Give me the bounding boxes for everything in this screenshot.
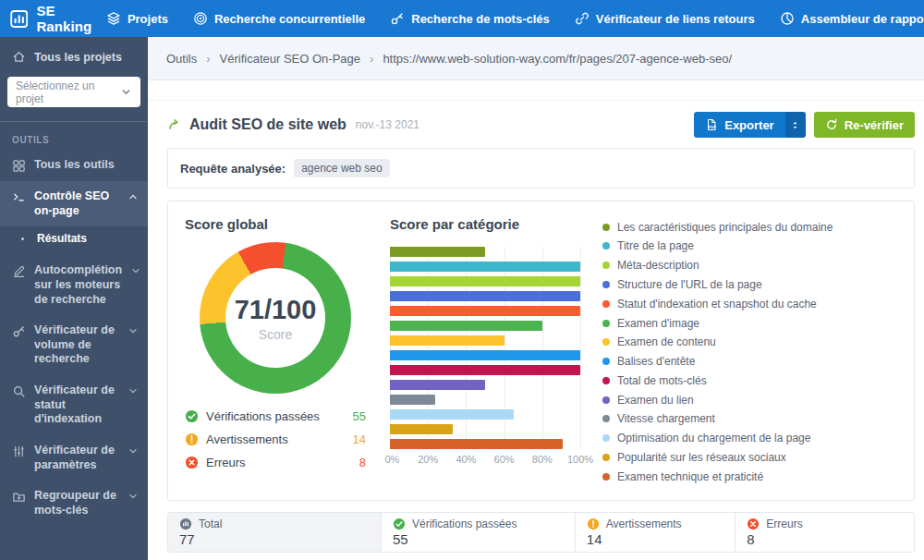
legend-dot xyxy=(602,377,610,384)
recheck-button[interactable]: Re-vérifier xyxy=(814,112,915,138)
gridline xyxy=(580,247,581,449)
score-stats: Vérifications passées55Avertissements14E… xyxy=(185,405,366,474)
sidebar-item-1[interactable]: Contrôle SEO on-page xyxy=(0,181,148,226)
sidebar-item-label: Résultats xyxy=(37,232,87,246)
key-icon xyxy=(390,11,405,26)
summary-cell-header: Total xyxy=(179,517,370,530)
sidebar-item-5[interactable]: Vérificateur de statut d'indexation xyxy=(0,375,148,435)
summary-cell-1: Vérifications passées55 xyxy=(381,513,575,552)
stat-value: 8 xyxy=(359,456,366,469)
check-circle-icon xyxy=(185,409,199,423)
x-tick-0: 0% xyxy=(384,454,399,465)
chevron-down-icon xyxy=(128,325,139,336)
sidebar-section-label: OUTILS xyxy=(0,122,148,150)
legend-dot xyxy=(602,396,610,404)
chevron-down-icon xyxy=(128,445,139,457)
bar-4 xyxy=(390,306,580,316)
summary-label: Avertissements xyxy=(606,517,682,530)
sidebar-item-all-projects[interactable]: Tous les projets xyxy=(0,37,148,67)
legend-item-5: Examen d'image xyxy=(602,314,897,334)
sidebar-item-0[interactable]: Tous les outils xyxy=(0,150,148,181)
bar-13 xyxy=(390,439,563,449)
legend-label: Optimisation du chargement de la page xyxy=(617,432,810,446)
legend-item-1: Titre de la page xyxy=(602,237,897,257)
export-button-main[interactable]: PDF Exporter xyxy=(694,112,784,138)
sliders-icon xyxy=(12,444,26,458)
summary-cell-0: Total77 xyxy=(168,513,381,552)
nav-item-label: Recherche de mots-clés xyxy=(411,12,550,26)
bar-0 xyxy=(390,247,485,257)
legend-item-13: Examen technique et praticité xyxy=(602,468,897,487)
x-tick-2: 40% xyxy=(456,454,476,465)
stat-row-0: Vérifications passées55 xyxy=(185,405,366,428)
legend-dot xyxy=(602,281,610,288)
export-button[interactable]: PDF Exporter xyxy=(694,112,805,138)
app-root: SE Ranking ProjetsRecherche concurrentie… xyxy=(0,0,924,560)
summary-value: 8 xyxy=(747,531,903,547)
legend-label: Popularité sur les réseaux sociaux xyxy=(617,451,786,466)
summary-cell-3: Erreurs8 xyxy=(735,513,914,552)
legend-dot xyxy=(602,358,610,365)
sidebar-item-label: Tous les outils xyxy=(34,158,115,173)
bar-chart-x-axis: 0%20%40%60%80%100% xyxy=(390,454,580,467)
terminal-icon xyxy=(12,190,26,204)
score-card: Score global 71/100 Score Vérifications … xyxy=(167,201,915,501)
audit-date: nov.-13 2021 xyxy=(356,118,419,131)
summary-cell-header: Vérifications passées xyxy=(393,517,564,530)
legend-dot xyxy=(602,415,610,422)
x-tick-4: 80% xyxy=(532,454,553,465)
project-select[interactable]: Sélectionnez un projet xyxy=(7,77,140,107)
warning-circle-icon xyxy=(587,517,600,530)
nav-item-3[interactable]: Vérificateur de liens retours xyxy=(575,11,755,26)
nav-item-label: Vérificateur de liens retours xyxy=(596,12,755,26)
stat-label: Vérifications passées xyxy=(206,409,320,423)
global-score-section: Score global 71/100 Score Vérifications … xyxy=(185,216,366,487)
home-icon xyxy=(12,50,26,64)
breadcrumb-item-1[interactable]: Vérificateur SEO On-Page xyxy=(220,52,360,66)
sidebar: Tous les projets Sélectionnez un projet … xyxy=(0,37,148,560)
sidebar-item-7[interactable]: Regroupeur de mots-clés xyxy=(0,481,148,526)
bar-7 xyxy=(390,350,580,360)
recheck-label: Re-vérifier xyxy=(845,118,904,132)
bar-2 xyxy=(390,276,580,286)
folder-plus-icon xyxy=(12,490,26,504)
sidebar-item-3[interactable]: Autocomplétion sur les moteurs de recher… xyxy=(0,255,148,315)
nav-item-0[interactable]: Projets xyxy=(106,11,168,26)
nav-item-2[interactable]: Recherche de mots-clés xyxy=(390,11,550,26)
nav-item-4[interactable]: Assembleur de rapports xyxy=(780,11,924,26)
sidebar-item-label: Vérificateur de paramètres xyxy=(34,444,119,472)
sidebar-item-label: Autocomplétion sur les moteurs de recher… xyxy=(34,263,122,307)
sidebar-item-label: Vérificateur de volume de recherche xyxy=(34,323,119,367)
brand[interactable]: SE Ranking xyxy=(0,3,97,34)
export-dropdown-toggle[interactable] xyxy=(785,112,806,138)
legend-label: Examen du lien xyxy=(617,394,694,408)
check-circle-icon xyxy=(393,517,406,530)
sidebar-item-2[interactable]: Résultats xyxy=(0,226,148,255)
legend-dot xyxy=(602,338,610,346)
nav-item-1[interactable]: Recherche concurrentielle xyxy=(193,11,365,26)
sidebar-item-6[interactable]: Vérificateur de paramètres xyxy=(0,435,148,481)
breadcrumb-item-0[interactable]: Outils xyxy=(166,52,197,66)
legend-label: Vitesse chargement xyxy=(617,412,715,427)
breadcrumb-item-2[interactable]: https://www.web-solution-way.com/fr/page… xyxy=(383,52,732,66)
layers-icon xyxy=(106,11,121,26)
bar-1 xyxy=(390,262,580,272)
topbar: SE Ranking ProjetsRecherche concurrentie… xyxy=(0,0,924,37)
legend-label: Examen technique et praticité xyxy=(617,470,763,485)
stat-label: Avertissements xyxy=(206,432,288,446)
bar-12 xyxy=(390,424,453,434)
stat-label: Erreurs xyxy=(206,456,246,469)
bar-11 xyxy=(390,409,514,420)
page-title: Audit SEO de site web xyxy=(189,116,346,133)
se-ranking-logo-icon xyxy=(10,7,28,30)
nav-item-label: Recherche concurrentielle xyxy=(214,12,365,26)
grid-icon xyxy=(12,159,26,173)
legend-dot xyxy=(602,262,610,269)
legend-item-8: Total de mots-clés xyxy=(602,371,897,391)
legend-label: Examen d'image xyxy=(617,317,699,332)
brand-name: SE Ranking xyxy=(36,3,96,34)
global-score-title: Score global xyxy=(185,216,366,232)
link-icon xyxy=(575,11,590,26)
score-label: Score xyxy=(259,327,293,342)
sidebar-item-4[interactable]: Vérificateur de volume de recherche xyxy=(0,315,148,375)
